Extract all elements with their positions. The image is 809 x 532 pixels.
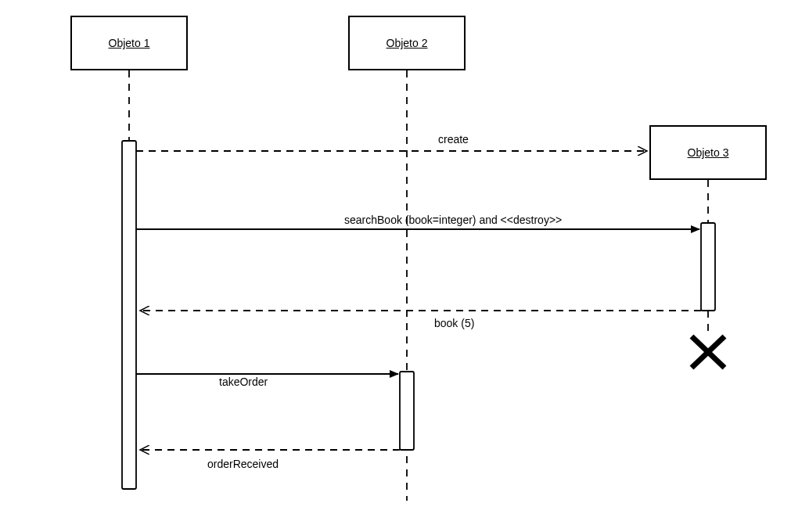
activation-obj2 [400, 372, 414, 450]
sequence-diagram: Objeto 1 Objeto 2 Objeto 3 create search… [0, 0, 809, 532]
activation-obj1 [122, 141, 136, 489]
diagram-svg [0, 0, 809, 532]
activation-obj3 [701, 223, 715, 311]
destroy-icon [692, 336, 725, 368]
